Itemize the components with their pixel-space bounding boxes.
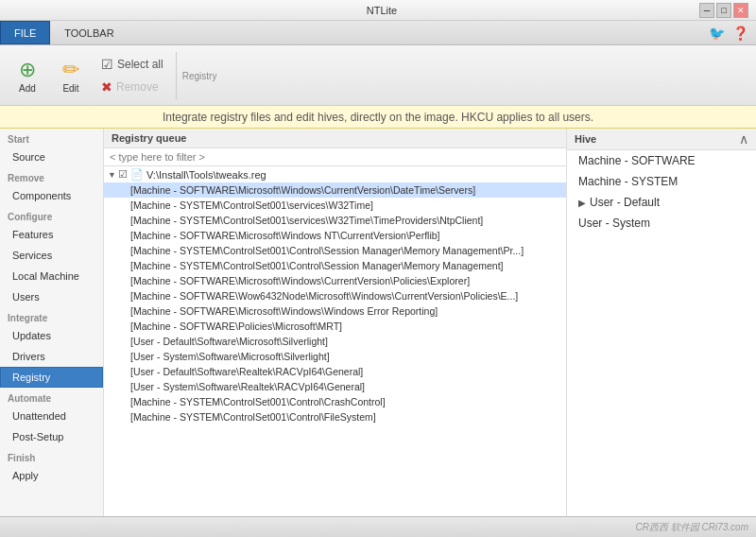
queue-list-item[interactable]: [Machine - SYSTEM\ControlSet001\Control\… (104, 243, 566, 258)
queue-root-item[interactable]: ▼ ☑ 📄 V:\Install\Tools\tweaks.reg (104, 166, 566, 182)
menu-tab-toolbar[interactable]: TOOLBAR (50, 21, 128, 44)
sidebar-item-postsetup[interactable]: Post-Setup (0, 426, 103, 447)
sidebar-section-remove: Remove (0, 167, 103, 185)
expand-arrow-icon: ▼ (108, 170, 116, 180)
hive-list-item[interactable]: User - System (567, 213, 756, 234)
edit-icon: ✏ (58, 57, 84, 83)
sidebar-section-integrate: Integrate (0, 307, 103, 325)
queue-panel-header: Registry queue (104, 129, 566, 148)
infobar: Integrate registry files and edit hives,… (0, 106, 756, 129)
edit-button[interactable]: ✏ Edit (51, 54, 91, 96)
queue-panel: Registry queue ▼ ☑ 📄 V:\Install\Tools\tw… (104, 129, 567, 516)
window-controls: ─ □ ✕ (699, 3, 748, 18)
hive-header-row: Hive ∧ (567, 129, 756, 150)
queue-list-item[interactable]: [User - System\Software\Realtek\RACVpI64… (104, 379, 566, 394)
hive-item-label: Machine - SYSTEM (578, 175, 678, 188)
hive-panel: Hive ∧ Machine - SOFTWAREMachine - SYSTE… (567, 129, 756, 516)
queue-list-item[interactable]: [Machine - SOFTWARE\Microsoft\Windows\Cu… (104, 273, 566, 288)
hive-header-label: Hive (575, 133, 596, 145)
hive-list: Machine - SOFTWAREMachine - SYSTEM▶User … (567, 150, 756, 516)
hive-item-label: User - Default (590, 196, 660, 209)
sidebar-section-configure: Configure (0, 206, 103, 224)
sidebar-item-updates[interactable]: Updates (0, 325, 103, 346)
sidebar-section-automate: Automate (0, 388, 103, 406)
edit-label: Edit (62, 83, 78, 94)
sidebar-item-users[interactable]: Users (0, 286, 103, 307)
selectall-label: Select all (117, 58, 163, 71)
file-icon: 📄 (130, 168, 144, 181)
add-icon: ⊕ (14, 57, 41, 83)
minimize-button[interactable]: ─ (699, 3, 714, 18)
toolbar-section-label: Registry (182, 71, 217, 81)
toolbar-select-remove-group: ☑ Select all ✖ Remove (94, 54, 170, 97)
menubar: FILE TOOLBAR 🐦 ❓ (0, 21, 756, 45)
checkbox-icon: ☑ (118, 168, 128, 181)
close-button[interactable]: ✕ (733, 3, 748, 18)
queue-list-item[interactable]: [Machine - SYSTEM\ControlSet001\services… (104, 198, 566, 213)
sidebar-section-start: Start (0, 129, 103, 147)
toolbar-separator (176, 52, 177, 99)
titlebar: NTLite ─ □ ✕ (0, 0, 756, 21)
queue-filter-input[interactable] (104, 148, 566, 166)
queue-list-item[interactable]: [Machine - SOFTWARE\Microsoft\Windows\Wi… (104, 303, 566, 319)
sidebar-item-drivers[interactable]: Drivers (0, 346, 103, 367)
queue-list-item[interactable]: [Machine - SYSTEM\ControlSet001\Control\… (104, 409, 566, 424)
queue-list-item[interactable]: [Machine - SOFTWARE\Microsoft\Windows\Cu… (104, 182, 566, 198)
panels: Registry queue ▼ ☑ 📄 V:\Install\Tools\tw… (104, 129, 756, 516)
queue-root-label: V:\Install\Tools\tweaks.reg (146, 169, 266, 181)
hive-list-item[interactable]: Machine - SYSTEM (567, 171, 756, 192)
infobar-message: Integrate registry files and edit hives,… (163, 111, 593, 124)
content-area: Registry queue ▼ ☑ 📄 V:\Install\Tools\tw… (104, 129, 756, 516)
selectall-icon: ☑ (101, 57, 113, 72)
twitter-icon[interactable]: 🐦 (709, 26, 725, 41)
hive-arrow-icon: ▶ (578, 198, 586, 208)
sidebar-section-finish: Finish (0, 447, 103, 465)
sidebar-item-source[interactable]: Source (0, 147, 103, 167)
app-title: NTLite (64, 5, 699, 16)
statusbar: CR西西 软件园 CRi73.com (0, 516, 756, 537)
sidebar-item-registry[interactable]: Registry (0, 367, 103, 388)
hive-list-item[interactable]: Machine - SOFTWARE (567, 150, 756, 171)
statusbar-logo: CR西西 软件园 CRi73.com (636, 521, 748, 534)
maximize-button[interactable]: □ (716, 3, 731, 18)
add-label: Add (19, 83, 36, 94)
sidebar-item-services[interactable]: Services (0, 245, 103, 266)
sidebar-item-components[interactable]: Components (0, 185, 103, 206)
toolbar: ⊕ Add ✏ Edit ☑ Select all ✖ Remove Regis… (0, 45, 756, 106)
remove-label: Remove (116, 80, 159, 94)
help-icon[interactable]: ❓ (732, 26, 748, 41)
hive-collapse-button[interactable]: ∧ (739, 132, 748, 146)
hive-list-item[interactable]: ▶User - Default (567, 192, 756, 213)
hive-item-label: Machine - SOFTWARE (578, 154, 696, 167)
select-all-button[interactable]: ☑ Select all (94, 54, 170, 75)
queue-items-container: [Machine - SOFTWARE\Microsoft\Windows\Cu… (104, 182, 566, 424)
sidebar-item-unattended[interactable]: Unattended (0, 406, 103, 426)
queue-list-item[interactable]: [Machine - SYSTEM\ControlSet001\Control\… (104, 394, 566, 409)
sidebar-item-features[interactable]: Features (0, 224, 103, 245)
menubar-right: 🐦 ❓ (709, 26, 756, 41)
queue-list-item[interactable]: [Machine - SOFTWARE\Policies\Microsoft\M… (104, 319, 566, 334)
queue-list-item[interactable]: [Machine - SOFTWARE\Microsoft\Windows NT… (104, 228, 566, 243)
toolbar-add-edit-group: ⊕ Add ✏ Edit (8, 54, 91, 96)
add-button[interactable]: ⊕ Add (8, 54, 47, 96)
queue-list-item[interactable]: [User - System\Software\Microsoft\Silver… (104, 349, 566, 364)
queue-list: ▼ ☑ 📄 V:\Install\Tools\tweaks.reg [Machi… (104, 166, 566, 516)
sidebar-item-apply[interactable]: Apply (0, 465, 103, 486)
queue-list-item[interactable]: [User - Default\Software\Microsoft\Silve… (104, 334, 566, 349)
menu-tab-file[interactable]: FILE (0, 21, 50, 44)
queue-list-item[interactable]: [Machine - SOFTWARE\Wow6432Node\Microsof… (104, 288, 566, 303)
sidebar: Start Source Remove Components Configure… (0, 129, 104, 516)
hive-item-label: User - System (578, 217, 650, 230)
sidebar-item-localmachine[interactable]: Local Machine (0, 266, 103, 286)
queue-list-item[interactable]: [Machine - SYSTEM\ControlSet001\services… (104, 213, 566, 228)
remove-button[interactable]: ✖ Remove (94, 77, 170, 97)
main-layout: Start Source Remove Components Configure… (0, 129, 756, 516)
remove-icon: ✖ (101, 79, 112, 95)
queue-list-item[interactable]: [Machine - SYSTEM\ControlSet001\Control\… (104, 258, 566, 273)
queue-list-item[interactable]: [User - Default\Software\Realtek\RACVpI6… (104, 364, 566, 379)
